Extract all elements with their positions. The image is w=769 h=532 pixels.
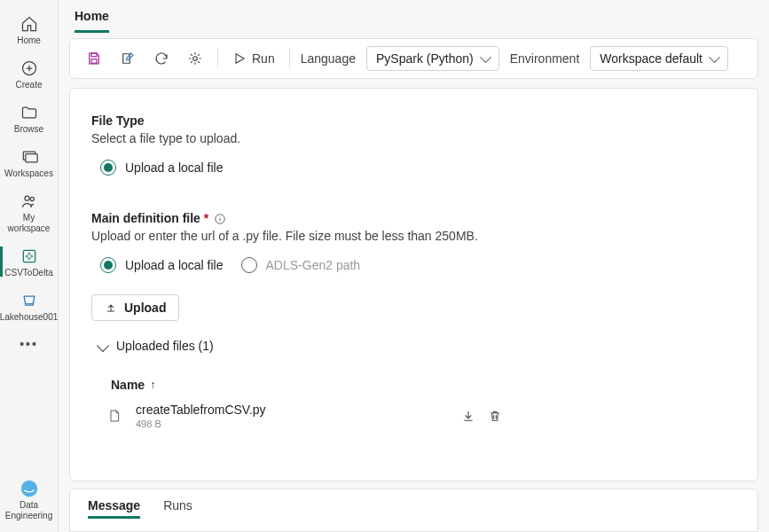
tab-message[interactable]: Message	[88, 498, 140, 519]
radio-icon	[100, 257, 116, 273]
environment-select[interactable]: Workspace default	[590, 46, 728, 71]
sort-ascending-icon: ↑	[150, 379, 155, 391]
rail-lakehouse[interactable]: Lakehouse001	[0, 284, 58, 328]
folder-icon	[20, 103, 39, 122]
data-engineering-icon	[20, 479, 39, 498]
language-select[interactable]: PySpark (Python)	[366, 46, 499, 71]
plus-circle-icon	[20, 59, 39, 78]
edit-button[interactable]	[116, 47, 139, 70]
rail-home[interactable]: Home	[0, 7, 58, 51]
workspaces-icon	[20, 147, 39, 167]
content-panel: File Type Select a file type to upload. …	[69, 88, 758, 481]
spark-job-icon	[20, 246, 39, 266]
svg-rect-2	[25, 154, 36, 162]
chevron-down-icon	[97, 340, 109, 352]
radio-main-upload-local[interactable]: Upload a local file	[100, 257, 224, 273]
upload-icon	[105, 301, 117, 314]
radio-icon	[241, 257, 257, 273]
rail-browse[interactable]: Browse	[0, 96, 58, 140]
filetype-heading: File Type	[91, 113, 736, 128]
refresh-button[interactable]	[150, 47, 173, 70]
svg-point-9	[193, 57, 198, 61]
lakehouse-icon	[20, 291, 39, 310]
filetype-subtitle: Select a file type to upload.	[91, 131, 736, 145]
left-nav-rail: Home Create Browse Workspaces My workspa…	[0, 0, 59, 532]
page-tab[interactable]: Home	[59, 0, 769, 33]
rail-persona[interactable]: Data Engineering	[0, 472, 58, 532]
rail-my-workspace[interactable]: My workspace	[0, 184, 58, 239]
rail-more[interactable]: •••	[0, 328, 58, 360]
uploaded-files-toggle[interactable]: Uploaded files (1)	[98, 339, 736, 353]
environment-label: Environment	[510, 51, 580, 66]
file-icon	[107, 408, 123, 424]
run-button[interactable]: Run	[229, 48, 279, 69]
tab-runs[interactable]: Runs	[163, 498, 192, 519]
download-file-button[interactable]	[461, 409, 475, 423]
toolbar: Run Language PySpark (Python) Environmen…	[69, 38, 758, 79]
upload-button[interactable]: Upload	[91, 294, 179, 321]
column-name[interactable]: Name ↑	[91, 378, 736, 392]
file-name: createTablefromCSV.py	[136, 403, 461, 417]
delete-file-button[interactable]	[488, 409, 502, 423]
required-marker: *	[204, 211, 208, 225]
radio-main-adls-path[interactable]: ADLS-Gen2 path	[241, 257, 361, 273]
output-tabs: Message Runs	[69, 489, 758, 532]
svg-point-3	[25, 196, 29, 200]
radio-icon	[100, 160, 116, 176]
settings-button[interactable]	[184, 47, 207, 70]
svg-point-4	[30, 197, 34, 200]
info-icon	[214, 213, 226, 225]
maindef-heading: Main definition file *	[91, 211, 736, 225]
svg-rect-7	[91, 53, 97, 57]
rail-create[interactable]: Create	[0, 51, 58, 96]
people-icon	[20, 192, 39, 211]
file-size: 498 B	[136, 419, 461, 429]
svg-rect-8	[91, 59, 97, 64]
language-label: Language	[301, 51, 356, 66]
radio-upload-local-file[interactable]: Upload a local file	[100, 160, 224, 176]
save-button[interactable]	[82, 47, 106, 70]
maindef-subtitle: Upload or enter the url of a .py file. F…	[91, 229, 736, 243]
rail-workspaces[interactable]: Workspaces	[0, 140, 58, 184]
file-list: Name ↑ createTablefromCSV.py 498 B	[91, 378, 736, 436]
file-row: createTablefromCSV.py 498 B	[91, 392, 736, 436]
rail-csvtodelta[interactable]: CSVToDelta	[0, 239, 58, 284]
home-icon	[20, 14, 39, 34]
main-area: Home Run Language PySpark (Python) Envir…	[59, 0, 769, 532]
svg-point-6	[20, 481, 36, 497]
